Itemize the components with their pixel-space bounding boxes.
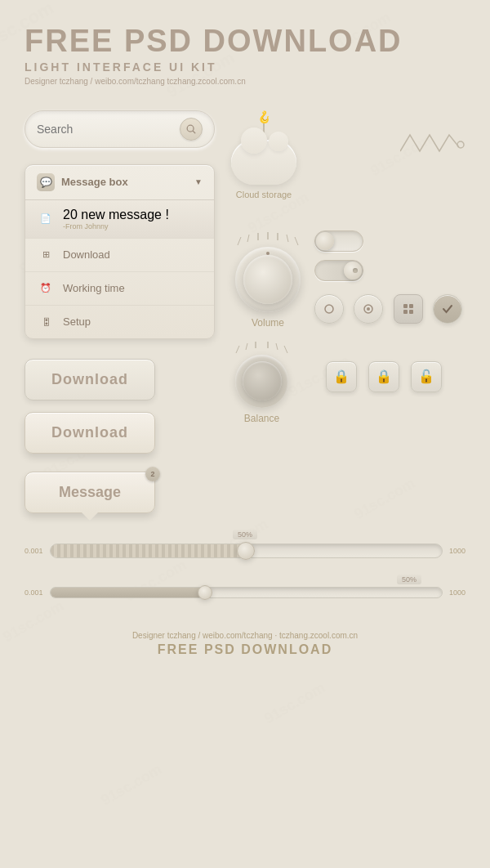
lock-icon-2[interactable]: 🔒: [368, 361, 399, 392]
toggle-dot-1: [353, 268, 358, 273]
icon-grid: [314, 294, 466, 324]
zigzag-icon: [400, 127, 466, 159]
slider-2-percent: 50%: [397, 575, 421, 584]
svg-rect-13: [403, 304, 408, 308]
menu-item-icon-0: 📄: [37, 210, 55, 228]
cloud-label: Cloud storage: [236, 190, 292, 199]
balance-knob-inner: [243, 361, 282, 400]
right-column: 🪝 Cloud storage: [231, 110, 466, 424]
toggle-thumb-0: [316, 232, 334, 250]
menu-item-2[interactable]: ⏰ Working time: [25, 272, 214, 306]
svg-line-18: [246, 343, 247, 350]
svg-point-12: [367, 307, 370, 311]
volume-knob-dot: [266, 252, 270, 255]
menu-item-icon-3: 🎛: [37, 313, 55, 331]
balance-knob[interactable]: [235, 355, 288, 408]
menu-item-3[interactable]: 🎛 Setup: [25, 306, 214, 338]
toggles-icons-area: [314, 230, 466, 332]
balance-knob-wrap: Balance: [231, 340, 292, 424]
toggles-section: [314, 230, 466, 281]
slider-1-track[interactable]: [50, 544, 443, 558]
slider-2-wrap: 50% 0.001 1000: [24, 575, 466, 598]
menu-item-icon-2: ⏰: [37, 280, 55, 298]
zigzag-decoration: [400, 127, 466, 163]
main-layout: 💬 Message box ▼ 📄 20 new message ! -From…: [24, 110, 466, 513]
icon-circle-2[interactable]: [354, 294, 383, 324]
volume-knob-wrap: Volume: [231, 230, 305, 332]
menu-item-text-0: 20 new message ! -From Johnny: [63, 208, 169, 230]
buttons-section: Download Download Message 2: [24, 359, 215, 513]
svg-line-1: [193, 131, 195, 133]
svg-line-17: [236, 346, 239, 353]
slider-2-thumb[interactable]: [198, 585, 212, 600]
icon-circle-1[interactable]: [314, 294, 344, 324]
cloud-section: 🪝 Cloud storage: [231, 110, 296, 199]
main-title: FREE PSD DOWNLOAD: [24, 25, 466, 59]
svg-line-21: [276, 343, 278, 350]
volume-knob-inner: [243, 255, 292, 304]
toggle-0[interactable]: [314, 230, 363, 252]
message-bubble-button[interactable]: Message: [24, 472, 155, 513]
search-bar[interactable]: [24, 110, 215, 148]
toggle-1[interactable]: [314, 260, 363, 281]
menu-item-label-0: 20 new message !: [63, 208, 169, 221]
svg-rect-16: [409, 310, 413, 314]
slider-1-min: 0.001: [24, 547, 43, 555]
menu-item-1[interactable]: ⊞ Download: [25, 239, 214, 272]
lock-icon-1[interactable]: 🔒: [326, 361, 357, 392]
menu-item-label-2: Working time: [63, 282, 125, 294]
footer-title: FREE PSD DOWNLOAD: [24, 642, 466, 657]
svg-line-8: [287, 235, 288, 242]
icon-rounded-1[interactable]: [394, 294, 423, 324]
menu-item-label-3: Setup: [63, 315, 91, 328]
footer: Designer tczhang / weibo.com/tczhang · t…: [24, 631, 466, 673]
volume-label: Volume: [252, 317, 284, 329]
ring-icon: [362, 302, 375, 315]
left-column: 💬 Message box ▼ 📄 20 new message ! -From…: [24, 110, 215, 513]
page-content: FREE PSD DOWNLOAD LIGHT INTERFACE UI KIT…: [0, 0, 490, 698]
slider-1-wrap: 50% 0.001 1000: [24, 530, 466, 558]
lock-grid: 🔒 🔒 🔓: [302, 361, 466, 392]
menu-arrow-icon: ▼: [194, 177, 203, 186]
balance-ticks-icon: [231, 340, 292, 355]
slider-1-thumb[interactable]: [237, 542, 255, 560]
balance-label: Balance: [244, 413, 279, 424]
svg-line-3: [238, 237, 241, 245]
cloud-container: 🪝: [231, 110, 296, 185]
menu-item-sublabel-0: -From Johnny: [63, 222, 169, 230]
sliders-section: 50% 0.001 1000 50% 0.001: [24, 530, 466, 598]
slider-2-track[interactable]: [50, 587, 443, 598]
icon-check[interactable]: [433, 294, 462, 324]
menu-box: 💬 Message box ▼ 📄 20 new message ! -From…: [24, 164, 215, 339]
lock-icons-area: 🔒 🔒 🔓: [302, 340, 466, 392]
designer-info-header: Designer tczhang / weibo.com/tczhang tcz…: [24, 77, 466, 86]
download-button-raised[interactable]: Download: [24, 412, 155, 454]
svg-line-22: [284, 346, 287, 353]
svg-line-9: [295, 237, 298, 245]
svg-point-2: [457, 141, 464, 148]
menu-item-0[interactable]: 📄 20 new message ! -From Johnny: [25, 200, 214, 239]
menu-header-label: Message box: [61, 176, 194, 188]
message-badge: 2: [145, 467, 160, 481]
lock-icon-3[interactable]: 🔓: [411, 361, 442, 392]
menu-header[interactable]: 💬 Message box ▼: [25, 165, 214, 200]
record-icon: [323, 302, 336, 315]
search-icon: [185, 123, 197, 135]
svg-rect-14: [409, 304, 413, 308]
volume-ticks-icon: [231, 230, 305, 247]
svg-point-10: [325, 305, 333, 313]
slider-1-percent: 50%: [233, 530, 257, 539]
menu-item-icon-1: ⊞: [37, 246, 55, 264]
slider-1-fill: [51, 544, 247, 557]
svg-rect-15: [403, 310, 408, 314]
download-button-flat[interactable]: Download: [24, 359, 155, 400]
search-input[interactable]: [37, 123, 180, 136]
volume-knob[interactable]: [235, 247, 301, 312]
slider-1-max: 1000: [449, 547, 466, 555]
grid-icon: [402, 302, 415, 315]
slider-2-min: 0.001: [24, 588, 43, 597]
check-icon: [441, 302, 454, 315]
sub-title: LIGHT INTERFACE UI KIT: [24, 60, 466, 74]
search-button[interactable]: [180, 118, 203, 141]
header: FREE PSD DOWNLOAD LIGHT INTERFACE UI KIT…: [24, 25, 466, 86]
